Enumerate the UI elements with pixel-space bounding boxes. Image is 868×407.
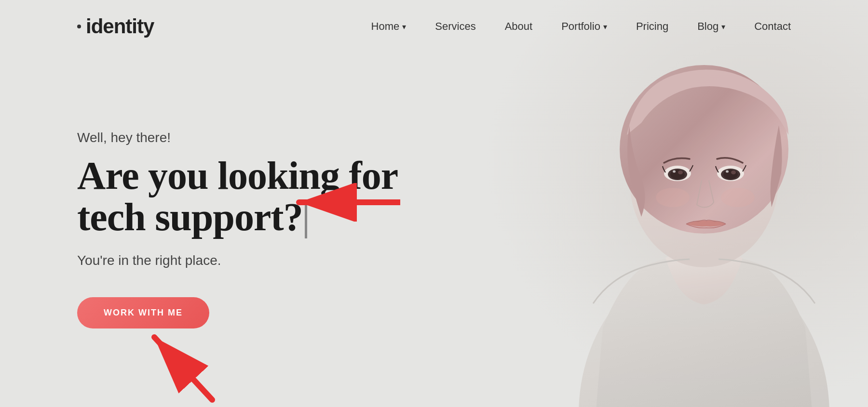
nav-links: Home Services About Portfolio Pricing Bl…: [371, 20, 791, 33]
nav-link-about[interactable]: About: [505, 20, 533, 32]
nav-item-about[interactable]: About: [505, 20, 533, 33]
nav-item-contact[interactable]: Contact: [754, 20, 791, 33]
arrow-annotation-diagonal: [135, 308, 231, 407]
nav-link-contact[interactable]: Contact: [754, 20, 791, 32]
svg-point-21: [721, 188, 755, 207]
navbar: identity Home Services About Portfolio P…: [0, 0, 868, 53]
svg-point-12: [670, 170, 685, 179]
nav-link-blog[interactable]: Blog: [697, 20, 725, 33]
logo[interactable]: identity: [77, 15, 154, 38]
hero-content: Well, hey there! Are you looking for tec…: [77, 130, 398, 328]
svg-point-13: [678, 171, 683, 174]
nav-item-home[interactable]: Home: [371, 20, 407, 33]
nav-link-home[interactable]: Home: [371, 20, 407, 33]
nav-item-portfolio[interactable]: Portfolio: [561, 20, 607, 33]
nav-link-portfolio[interactable]: Portfolio: [561, 20, 607, 33]
nav-item-services[interactable]: Services: [435, 20, 475, 33]
portrait-image: [526, 39, 854, 407]
hero-section: Well, hey there! Are you looking for tec…: [0, 53, 868, 407]
nav-link-pricing[interactable]: Pricing: [636, 20, 668, 32]
svg-point-20: [656, 188, 690, 207]
svg-point-14: [673, 171, 676, 173]
hero-heading-line2: tech support?: [77, 195, 303, 239]
nav-link-services[interactable]: Services: [435, 20, 475, 32]
arrow-annotation-horizontal: [289, 183, 400, 223]
nav-item-blog[interactable]: Blog: [697, 20, 725, 33]
svg-line-3: [154, 337, 212, 400]
page-wrapper: identity Home Services About Portfolio P…: [0, 0, 868, 407]
svg-point-19: [726, 171, 729, 173]
nav-item-pricing[interactable]: Pricing: [636, 20, 668, 33]
svg-point-18: [731, 171, 736, 174]
hero-subtext: You're in the right place.: [77, 253, 398, 268]
hero-greeting: Well, hey there!: [77, 130, 398, 145]
svg-point-17: [723, 170, 738, 179]
